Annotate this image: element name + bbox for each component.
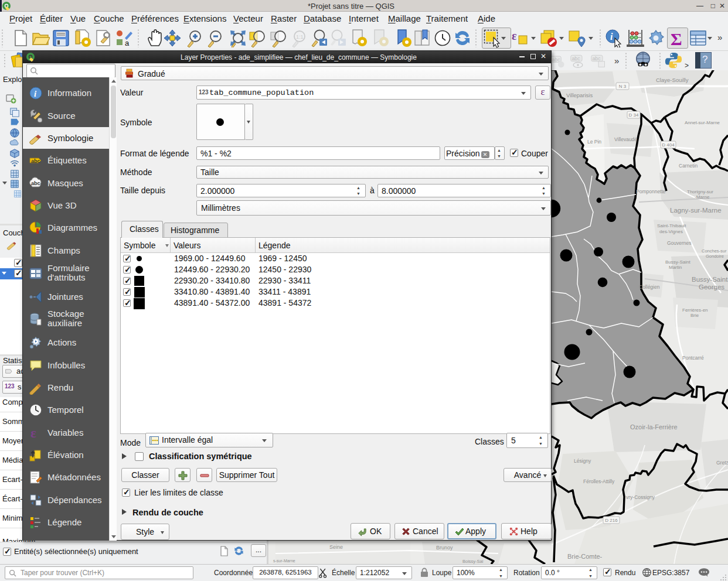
svg-text:Gretz-A: Gretz-A [716, 460, 728, 466]
svg-text:s-sur-Marne: s-sur-Marne [273, 559, 295, 563]
svg-text:Σ: Σ [671, 29, 682, 48]
svg-text:Ferrières-en: Ferrières-en [682, 307, 708, 313]
svg-text:vry-Cossigny: vry-Cossigny [626, 494, 655, 500]
svg-text:Martin: Martin [669, 265, 682, 270]
svg-text:Pomponnette: Pomponnette [636, 189, 666, 194]
svg-text:abc: abc [593, 56, 601, 61]
svg-text:D 216: D 216 [605, 518, 618, 523]
svg-text:Lagny-sur-Marne: Lagny-sur-Marne [670, 207, 722, 214]
svg-text:D 34: D 34 [629, 112, 639, 118]
svg-text:Boissy-Sai: Boissy-Sai [462, 559, 484, 564]
svg-text:i: i [610, 32, 613, 42]
svg-text:Carnetin: Carnetin [679, 163, 698, 169]
svg-text:Claye-Souilly: Claye-Souilly [656, 77, 689, 83]
svg-text:Brie-Comte-: Brie-Comte- [567, 553, 603, 560]
svg-text:Villevaudé: Villevaudé [614, 136, 637, 142]
svg-text:Georges: Georges [699, 283, 724, 290]
svg-text:Férolles-Attilly: Férolles-Attilly [583, 479, 615, 484]
svg-text:Thorigny-sur: Thorigny-sur [687, 189, 713, 194]
svg-text:Villeparisis: Villeparisis [566, 92, 593, 98]
svg-text:-Marne: -Marne [695, 194, 710, 200]
svg-text:Brie: Brie [690, 313, 699, 318]
svg-text:ε: ε [512, 29, 517, 42]
svg-text:Gouvernes: Gouvernes [667, 240, 692, 246]
svg-text:1:1: 1:1 [296, 34, 304, 40]
svg-text:abc: abc [31, 158, 40, 164]
svg-text:Annet-sur-Marne: Annet-sur-Marne [685, 120, 720, 125]
svg-text:abc: abc [552, 57, 561, 63]
svg-text:abc: abc [31, 180, 40, 186]
svg-text:ε: ε [30, 426, 36, 440]
svg-text:Le Pin: Le Pin [587, 139, 601, 145]
svg-text:Bussy-Saint: Bussy-Saint [665, 259, 690, 265]
svg-text:Conches-sur: Conches-sur [702, 248, 727, 254]
svg-text:Collégien: Collégien [639, 284, 660, 290]
svg-text:Ozoir-la-Ferrière: Ozoir-la-Ferrière [630, 423, 678, 430]
svg-text:Gondoire: Gondoire [706, 254, 724, 259]
svg-text:Seine: Seine [329, 544, 343, 550]
svg-text:a: a [125, 39, 130, 47]
svg-text:Lésigny: Lésigny [574, 458, 591, 464]
svg-text:N 3: N 3 [619, 84, 627, 89]
svg-text:abc: abc [572, 56, 581, 61]
svg-text:Saint-Thibault: Saint-Thibault [657, 223, 686, 228]
svg-text:Bussy-Saint-: Bussy-Saint- [692, 276, 728, 283]
svg-text:Brunoy: Brunoy [436, 545, 453, 551]
svg-text:D 404: D 404 [662, 142, 675, 148]
svg-text:Pontcarré: Pontcarré [682, 355, 704, 361]
svg-text:des-Vignes: des-Vignes [659, 229, 683, 234]
